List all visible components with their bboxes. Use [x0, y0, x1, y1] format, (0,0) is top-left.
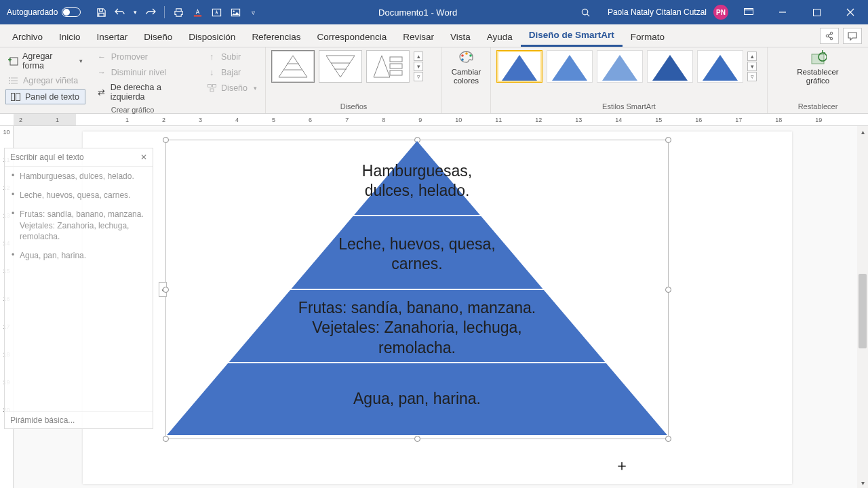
layout-icon: [206, 83, 217, 94]
style-5[interactable]: [697, 50, 743, 83]
ribbon: Agregar forma▾ Agregar viñeta Panel de t…: [0, 47, 868, 114]
tab-disposicion[interactable]: Disposición: [180, 27, 243, 47]
image-icon[interactable]: [230, 7, 241, 18]
svg-rect-20: [390, 57, 402, 62]
close-icon[interactable]: [837, 2, 864, 22]
tab-insertar[interactable]: Insertar: [89, 27, 136, 47]
text-pane[interactable]: Escribir aquí el texto ✕ Hamburguesas, d…: [4, 148, 153, 429]
chevron-up-icon[interactable]: ▴: [747, 52, 757, 61]
resize-handle[interactable]: [665, 436, 671, 442]
style-4[interactable]: [647, 50, 693, 83]
tab-formato[interactable]: Formato: [623, 27, 673, 47]
document-title: Documento1 - Word: [255, 7, 580, 18]
autosave-toggle[interactable]: Autoguardado: [7, 7, 81, 17]
panel-texto-button[interactable]: Panel de texto: [5, 89, 85, 104]
style-3[interactable]: [597, 50, 643, 83]
tab-archivo[interactable]: Archivo: [4, 27, 51, 47]
chevron-down-icon[interactable]: ▾: [414, 62, 423, 71]
cambiar-colores-button[interactable]: Cambiar colores: [448, 50, 485, 85]
tab-inicio[interactable]: Inicio: [51, 27, 89, 47]
ribbon-mode-icon[interactable]: [735, 2, 762, 22]
text-pane-icon: [10, 92, 21, 102]
resize-handle[interactable]: [414, 436, 420, 442]
close-icon[interactable]: ✕: [140, 152, 147, 162]
layout-pyramid-up[interactable]: [271, 50, 315, 83]
qat-sep: ▾: [134, 9, 137, 16]
undo-icon[interactable]: [115, 7, 125, 18]
flip-icon: ⇄: [96, 87, 106, 98]
pyramid-level-3[interactable]: Frutas: sandía, banano, manzana. Vejetal…: [165, 298, 669, 358]
search-icon[interactable]: [580, 7, 591, 18]
smartart-frame[interactable]: ‹ Hamburguesas, dulces, helado. Leche, h…: [165, 140, 669, 439]
svg-point-4: [583, 9, 588, 14]
restablecer-button[interactable]: Restablecer gráfico: [794, 50, 842, 85]
chevron-more-icon[interactable]: ▿: [414, 72, 423, 81]
pyramid-chart[interactable]: Hamburguesas, dulces, helado. Leche, hue…: [165, 140, 669, 436]
share-icon[interactable]: [820, 28, 839, 44]
derecha-izq-button[interactable]: ⇄De derecha a izquierda: [94, 81, 195, 103]
ruler-horizontal[interactable]: 2112345678910111213141516171819: [0, 114, 868, 126]
chevron-up-icon[interactable]: ▴: [414, 52, 423, 61]
chevron-more-icon[interactable]: ▿: [747, 72, 757, 81]
pyramid-level-1[interactable]: Hamburguesas, dulces, helado.: [165, 161, 669, 201]
layout-pyramid-list[interactable]: [366, 50, 410, 83]
tab-revisar[interactable]: Revisar: [395, 27, 442, 47]
arrow-right-icon: →: [96, 67, 107, 78]
diseno-button: Diseño▾: [203, 81, 260, 95]
text-pane-item[interactable]: Hamburguesas, dulces, helado.: [5, 167, 153, 186]
svg-point-10: [830, 37, 833, 40]
tab-diseno-smartart[interactable]: Diseño de SmartArt: [521, 25, 623, 47]
bullet-icon: [8, 75, 19, 86]
svg-point-25: [469, 54, 472, 57]
tab-correspondencia[interactable]: Correspondencia: [309, 27, 395, 47]
svg-point-8: [830, 32, 833, 35]
chevron-down-icon[interactable]: ▾: [747, 62, 757, 71]
group-label-colores: [448, 109, 485, 112]
print-icon[interactable]: [173, 7, 184, 18]
agregar-vineta-button: Agregar viñeta: [5, 74, 85, 87]
scroll-up-icon[interactable]: ▴: [857, 126, 868, 137]
minimize-icon[interactable]: [769, 2, 796, 22]
style-gallery-spinner[interactable]: ▴▾▿: [747, 52, 757, 81]
layout-gallery-spinner[interactable]: ▴▾▿: [414, 52, 423, 81]
resize-handle[interactable]: [163, 436, 169, 442]
scroll-down-icon[interactable]: ▾: [857, 477, 868, 488]
svg-rect-15: [12, 94, 15, 101]
tab-diseno[interactable]: Diseño: [136, 27, 180, 47]
group-label-estilos: Estilos SmartArt: [496, 101, 762, 112]
avatar[interactable]: PN: [713, 5, 728, 20]
vertical-scrollbar[interactable]: ▴ ▾: [857, 126, 868, 488]
maximize-icon[interactable]: [803, 2, 830, 22]
comments-icon[interactable]: [843, 28, 862, 44]
tab-referencias[interactable]: Referencias: [243, 27, 309, 47]
svg-rect-11: [10, 58, 18, 65]
svg-point-12: [9, 77, 10, 79]
save-icon[interactable]: [96, 7, 106, 18]
pyramid-level-2[interactable]: Leche, huevos, quesa, carnes.: [165, 235, 669, 274]
ribbon-tabs: Archivo Inicio Insertar Diseño Disposici…: [0, 24, 868, 47]
text-pane-item[interactable]: Leche, huevos, quesa, carnes.: [5, 186, 153, 205]
svg-point-24: [465, 52, 468, 55]
group-label-disenos: Diseños: [271, 101, 436, 112]
font-color-icon[interactable]: [192, 7, 203, 18]
agregar-forma-button[interactable]: Agregar forma▾: [5, 50, 85, 72]
svg-rect-6: [745, 9, 753, 11]
redo-icon[interactable]: [145, 7, 156, 18]
style-2[interactable]: [547, 50, 593, 83]
separator: [164, 6, 165, 18]
text-pane-item[interactable]: Agua, pan, harina.: [5, 246, 153, 265]
tab-ayuda[interactable]: Ayuda: [479, 27, 521, 47]
toggle-icon: [62, 7, 81, 17]
pyramid-level-4[interactable]: Agua, pan, harina.: [165, 389, 669, 409]
scroll-thumb[interactable]: [859, 274, 867, 348]
style-1[interactable]: [496, 50, 542, 83]
tab-vista[interactable]: Vista: [442, 27, 479, 47]
user-name: Paola Nataly Citalan Cutzal: [608, 7, 707, 17]
layout-pyramid-down[interactable]: [319, 50, 362, 83]
svg-rect-22: [390, 70, 402, 75]
text-pane-item[interactable]: Frutas: sandía, banano, manzana. Vejetal…: [5, 205, 153, 246]
textbox-icon[interactable]: [211, 7, 222, 18]
svg-point-9: [826, 35, 829, 37]
arrow-up-icon: ↑: [206, 52, 217, 62]
add-shape-icon: [8, 56, 18, 66]
